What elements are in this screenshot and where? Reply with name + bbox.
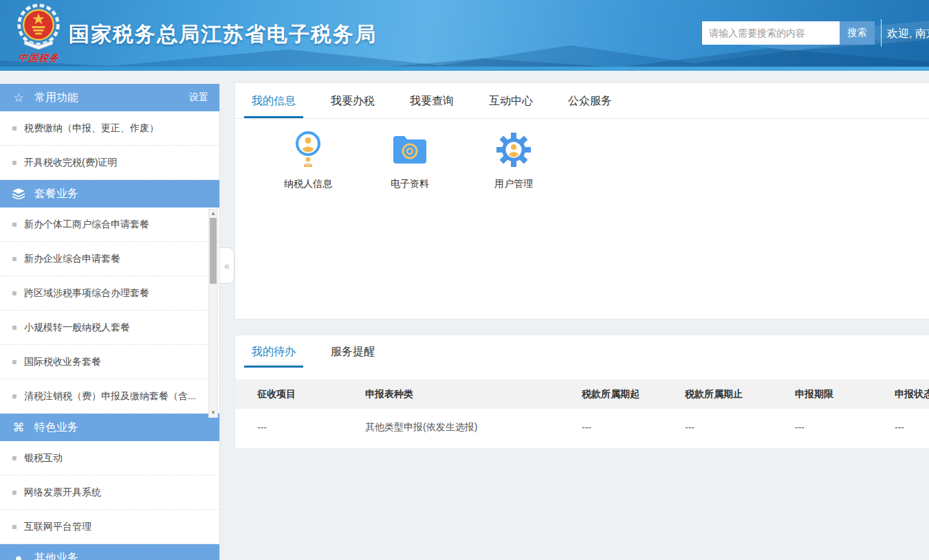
table-cell: --- — [685, 422, 795, 433]
efolder-icon — [375, 128, 444, 171]
bullet-icon — [12, 360, 17, 364]
taxpayer-search-icon — [274, 128, 342, 171]
sidebar-section-special-services[interactable]: ⌘ 特色业务 — [0, 414, 219, 441]
todo-table-header: 征收项目 申报表种类 税款所属期起 税款所属期止 申报期限 申报状态 — [235, 379, 929, 409]
sidebar-item-tax-payment[interactable]: 税费缴纳（申报、更正、作废） — [0, 111, 219, 146]
logo-caption: 中国税务 — [17, 52, 74, 65]
bullet-icon — [12, 394, 17, 399]
national-tax-emblem-icon — [15, 3, 62, 51]
tab-service-reminder[interactable]: 服务提醒 — [331, 335, 375, 368]
layers-icon — [11, 188, 26, 199]
bullet-icon — [12, 491, 17, 495]
bullet-icon — [12, 257, 17, 261]
sidebar-item-tax-certificate[interactable]: 开具税收完税(费)证明 — [0, 146, 219, 180]
tax-bureau-logo: 中国税务 — [15, 3, 73, 65]
sidebar-section-label: 套餐业务 — [34, 187, 78, 201]
column-header: 申报状态 — [895, 388, 929, 401]
settings-link[interactable]: 设置 — [189, 91, 208, 104]
sidebar-item-cross-region-package[interactable]: 跨区域涉税事项综合办理套餐 — [0, 276, 219, 311]
tab-public-service[interactable]: 公众服务 — [568, 83, 612, 118]
shortcut-user-management[interactable]: 用户管理 — [479, 128, 548, 190]
todo-panel: 我的待办 服务提醒 征收项目 申报表种类 税款所属期起 税款所属期止 申报期限 … — [234, 335, 929, 449]
table-cell: --- — [257, 422, 365, 433]
table-cell: 其他类型申报(依发生选报) — [365, 421, 582, 434]
sidebar-item-bank-tax-interaction[interactable]: 银税互动 — [0, 441, 219, 475]
column-header: 税款所属期止 — [685, 388, 795, 401]
tab-handle-tax[interactable]: 我要办税 — [331, 83, 375, 118]
scroll-up-icon[interactable]: ▲ — [209, 210, 217, 218]
sidebar-section-label: 常用功能 — [34, 91, 78, 105]
bullet-icon — [12, 223, 17, 227]
header-divider — [881, 19, 882, 47]
sidebar-item-online-invoice-system[interactable]: 网络发票开具系统 — [0, 475, 219, 510]
column-header: 征收项目 — [257, 388, 365, 401]
banner-bottom-strip — [0, 67, 929, 71]
my-info-panel: 我的信息 我要办税 我要查询 互动中心 公众服务 纳税人信息 电子 — [234, 82, 929, 320]
command-icon: ⌘ — [11, 422, 26, 434]
search-input[interactable] — [702, 21, 840, 45]
welcome-user-text: 欢迎, 南京 — [887, 27, 929, 41]
column-header: 税款所属期起 — [582, 388, 685, 401]
top-banner: 中国税务 国家税务总局江苏省电子税务局 搜索 欢迎, 南京 — [0, 0, 929, 71]
bullet-icon — [12, 126, 17, 131]
sidebar-section-label: 特色业务 — [34, 421, 78, 435]
bullet-icon — [12, 456, 17, 460]
todo-table: 征收项目 申报表种类 税款所属期起 税款所属期止 申报期限 申报状态 --- 其… — [235, 379, 929, 445]
table-cell: --- — [795, 422, 895, 433]
search-button[interactable]: 搜索 — [840, 21, 875, 45]
scroll-down-icon[interactable]: ▼ — [209, 409, 217, 417]
table-cell: --- — [582, 422, 685, 433]
shortcut-label: 电子资料 — [375, 178, 444, 190]
sidebar-section-common-functions[interactable]: ☆ 常用功能 设置 — [0, 84, 219, 111]
sidebar: ☆ 常用功能 设置 税费缴纳（申报、更正、作废） 开具税收完税(费)证明 套餐业… — [0, 84, 220, 560]
main-tabbar: 我的信息 我要办税 我要查询 互动中心 公众服务 — [235, 83, 929, 119]
sidebar-section-other-services[interactable]: ● 其他业务 — [0, 544, 219, 560]
chevron-double-left-icon: « — [224, 260, 230, 271]
bullet-icon — [12, 525, 17, 529]
page-title: 国家税务总局江苏省电子税务局 — [69, 21, 377, 49]
sidebar-section-label: 其他业务 — [34, 551, 78, 560]
sidebar-item-small-to-general-package[interactable]: 小规模转一般纳税人套餐 — [0, 311, 219, 345]
sidebar-item-new-enterprise-package[interactable]: 新办企业综合申请套餐 — [0, 242, 219, 276]
column-header: 申报期限 — [795, 388, 895, 401]
tab-interaction-center[interactable]: 互动中心 — [489, 83, 533, 118]
bullet-icon — [12, 291, 17, 295]
shortcut-taxpayer-info[interactable]: 纳税人信息 — [274, 128, 342, 190]
bullet-icon — [12, 161, 17, 165]
tab-my-todo[interactable]: 我的待办 — [252, 335, 296, 368]
shortcut-label: 纳税人信息 — [274, 178, 342, 190]
todo-tabbar: 我的待办 服务提醒 — [235, 335, 929, 368]
table-cell: --- — [895, 422, 929, 433]
sidebar-section-package-services[interactable]: 套餐业务 — [0, 180, 219, 208]
circle-icon: ● — [11, 552, 26, 560]
column-header: 申报表种类 — [365, 388, 582, 401]
sidebar-item-deregistration-package[interactable]: 清税注销税（费）申报及缴纳套餐（含... — [0, 379, 219, 414]
bullet-icon — [12, 326, 17, 330]
sidebar-item-new-individual-package[interactable]: 新办个体工商户综合申请套餐 — [0, 208, 219, 242]
user-gear-icon — [479, 128, 548, 171]
sidebar-collapse-handle[interactable]: « — [220, 247, 234, 284]
todo-table-row: --- 其他类型申报(依发生选报) --- --- --- --- — [235, 409, 929, 445]
scrollbar-thumb[interactable] — [210, 218, 217, 284]
sidebar-scrollbar[interactable]: ▲ ▼ — [208, 209, 218, 418]
shortcut-electronic-files[interactable]: 电子资料 — [375, 128, 444, 190]
sidebar-item-internet-platform-mgmt[interactable]: 互联网平台管理 — [0, 510, 219, 544]
tab-my-info[interactable]: 我的信息 — [252, 83, 296, 118]
tab-query[interactable]: 我要查询 — [410, 83, 454, 118]
sidebar-item-international-tax-package[interactable]: 国际税收业务套餐 — [0, 345, 219, 379]
star-icon: ☆ — [11, 92, 26, 104]
shortcut-label: 用户管理 — [479, 178, 548, 190]
